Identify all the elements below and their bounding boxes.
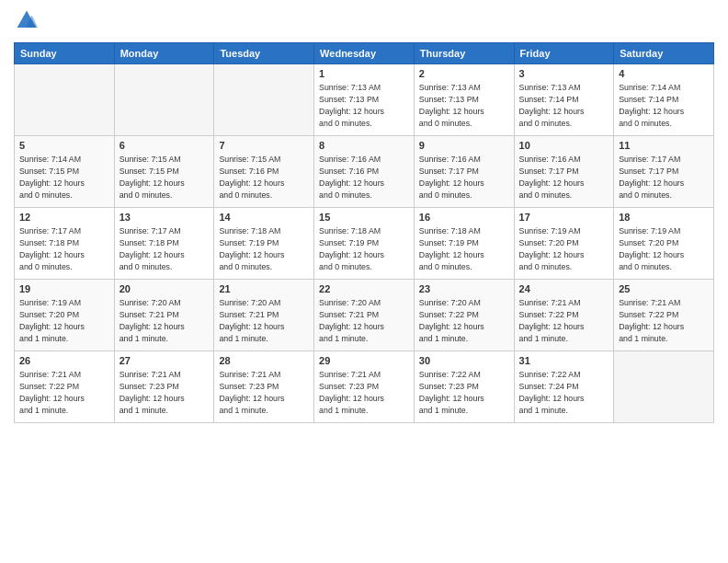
- day-info: Sunrise: 7:17 AMSunset: 7:18 PMDaylight:…: [119, 225, 210, 272]
- calendar-cell: 19Sunrise: 7:19 AMSunset: 7:20 PMDayligh…: [15, 280, 115, 351]
- day-number: 10: [519, 139, 609, 153]
- day-info: Sunrise: 7:18 AMSunset: 7:19 PMDaylight:…: [319, 225, 409, 272]
- day-number: 5: [19, 139, 109, 153]
- day-info: Sunrise: 7:17 AMSunset: 7:17 PMDaylight:…: [619, 154, 709, 201]
- calendar-cell: 14Sunrise: 7:18 AMSunset: 7:19 PMDayligh…: [214, 208, 314, 280]
- logo: [14, 9, 38, 35]
- day-info: Sunrise: 7:21 AMSunset: 7:23 PMDaylight:…: [119, 369, 210, 416]
- calendar-cell: 22Sunrise: 7:20 AMSunset: 7:21 PMDayligh…: [314, 280, 415, 351]
- day-number: 19: [19, 282, 109, 296]
- day-number: 8: [319, 139, 409, 153]
- day-number: 16: [419, 211, 509, 224]
- calendar-cell: [214, 64, 314, 136]
- calendar-week-row: 1Sunrise: 7:13 AMSunset: 7:13 PMDaylight…: [15, 64, 714, 136]
- logo-icon: [16, 9, 38, 31]
- day-info: Sunrise: 7:13 AMSunset: 7:13 PMDaylight:…: [319, 82, 409, 129]
- day-number: 2: [419, 67, 509, 81]
- calendar-cell: 4Sunrise: 7:14 AMSunset: 7:14 PMDaylight…: [614, 64, 714, 136]
- calendar-cell: 2Sunrise: 7:13 AMSunset: 7:13 PMDaylight…: [414, 64, 514, 136]
- calendar-cell: 3Sunrise: 7:13 AMSunset: 7:14 PMDaylight…: [514, 64, 614, 136]
- day-number: 27: [119, 354, 210, 368]
- day-info: Sunrise: 7:13 AMSunset: 7:13 PMDaylight:…: [419, 82, 509, 129]
- day-info: Sunrise: 7:19 AMSunset: 7:20 PMDaylight:…: [519, 225, 609, 272]
- day-info: Sunrise: 7:13 AMSunset: 7:14 PMDaylight:…: [519, 82, 609, 129]
- calendar-week-row: 26Sunrise: 7:21 AMSunset: 7:22 PMDayligh…: [15, 351, 714, 423]
- day-info: Sunrise: 7:18 AMSunset: 7:19 PMDaylight:…: [419, 225, 509, 272]
- day-info: Sunrise: 7:16 AMSunset: 7:17 PMDaylight:…: [419, 154, 509, 201]
- calendar-cell: 8Sunrise: 7:16 AMSunset: 7:16 PMDaylight…: [314, 136, 415, 208]
- calendar-cell: [114, 64, 214, 136]
- day-number: 15: [319, 211, 409, 224]
- day-number: 9: [419, 139, 509, 153]
- weekday-header-friday: Friday: [514, 43, 614, 64]
- day-info: Sunrise: 7:15 AMSunset: 7:15 PMDaylight:…: [119, 154, 210, 201]
- calendar-cell: 18Sunrise: 7:19 AMSunset: 7:20 PMDayligh…: [614, 208, 714, 280]
- day-info: Sunrise: 7:19 AMSunset: 7:20 PMDaylight:…: [619, 225, 709, 272]
- day-number: 13: [119, 211, 210, 224]
- weekday-header-monday: Monday: [114, 43, 214, 64]
- calendar-cell: 13Sunrise: 7:17 AMSunset: 7:18 PMDayligh…: [114, 208, 214, 280]
- day-info: Sunrise: 7:19 AMSunset: 7:20 PMDaylight:…: [19, 297, 109, 344]
- calendar-cell: 23Sunrise: 7:20 AMSunset: 7:22 PMDayligh…: [414, 280, 514, 351]
- day-info: Sunrise: 7:21 AMSunset: 7:23 PMDaylight:…: [219, 369, 309, 416]
- day-number: 6: [119, 139, 210, 153]
- weekday-header-thursday: Thursday: [414, 43, 514, 64]
- page-header: [14, 9, 714, 35]
- day-info: Sunrise: 7:18 AMSunset: 7:19 PMDaylight:…: [219, 225, 309, 272]
- day-number: 26: [19, 354, 109, 368]
- calendar-cell: [15, 64, 115, 136]
- day-number: 4: [619, 67, 709, 81]
- calendar-cell: 6Sunrise: 7:15 AMSunset: 7:15 PMDaylight…: [114, 136, 214, 208]
- calendar-cell: 11Sunrise: 7:17 AMSunset: 7:17 PMDayligh…: [614, 136, 714, 208]
- weekday-header-row: SundayMondayTuesdayWednesdayThursdayFrid…: [15, 43, 714, 64]
- calendar-cell: 17Sunrise: 7:19 AMSunset: 7:20 PMDayligh…: [514, 208, 614, 280]
- day-number: 30: [419, 354, 509, 368]
- day-info: Sunrise: 7:16 AMSunset: 7:17 PMDaylight:…: [519, 154, 609, 201]
- calendar-table: SundayMondayTuesdayWednesdayThursdayFrid…: [14, 42, 714, 423]
- calendar-cell: 9Sunrise: 7:16 AMSunset: 7:17 PMDaylight…: [414, 136, 514, 208]
- calendar-cell: 28Sunrise: 7:21 AMSunset: 7:23 PMDayligh…: [214, 351, 314, 423]
- day-info: Sunrise: 7:22 AMSunset: 7:24 PMDaylight:…: [519, 369, 609, 416]
- day-number: 29: [319, 354, 409, 368]
- calendar-cell: 1Sunrise: 7:13 AMSunset: 7:13 PMDaylight…: [314, 64, 415, 136]
- day-number: 22: [319, 282, 409, 296]
- calendar-cell: 7Sunrise: 7:15 AMSunset: 7:16 PMDaylight…: [214, 136, 314, 208]
- day-info: Sunrise: 7:14 AMSunset: 7:14 PMDaylight:…: [619, 82, 709, 129]
- day-number: 25: [619, 282, 709, 296]
- day-info: Sunrise: 7:21 AMSunset: 7:22 PMDaylight:…: [619, 297, 709, 344]
- day-number: 1: [319, 67, 409, 81]
- calendar-cell: 25Sunrise: 7:21 AMSunset: 7:22 PMDayligh…: [614, 280, 714, 351]
- calendar-week-row: 19Sunrise: 7:19 AMSunset: 7:20 PMDayligh…: [15, 280, 714, 351]
- day-number: 11: [619, 139, 709, 153]
- day-info: Sunrise: 7:20 AMSunset: 7:22 PMDaylight:…: [419, 297, 509, 344]
- calendar-week-row: 12Sunrise: 7:17 AMSunset: 7:18 PMDayligh…: [15, 208, 714, 280]
- calendar-cell: 12Sunrise: 7:17 AMSunset: 7:18 PMDayligh…: [15, 208, 115, 280]
- weekday-header-tuesday: Tuesday: [214, 43, 314, 64]
- day-info: Sunrise: 7:15 AMSunset: 7:16 PMDaylight:…: [219, 154, 309, 201]
- calendar-week-row: 5Sunrise: 7:14 AMSunset: 7:15 PMDaylight…: [15, 136, 714, 208]
- day-number: 3: [519, 67, 609, 81]
- calendar-cell: 29Sunrise: 7:21 AMSunset: 7:23 PMDayligh…: [314, 351, 415, 423]
- day-info: Sunrise: 7:20 AMSunset: 7:21 PMDaylight:…: [119, 297, 210, 344]
- calendar-cell: 26Sunrise: 7:21 AMSunset: 7:22 PMDayligh…: [15, 351, 115, 423]
- day-info: Sunrise: 7:16 AMSunset: 7:16 PMDaylight:…: [319, 154, 409, 201]
- weekday-header-wednesday: Wednesday: [314, 43, 415, 64]
- weekday-header-saturday: Saturday: [614, 43, 714, 64]
- day-info: Sunrise: 7:20 AMSunset: 7:21 PMDaylight:…: [219, 297, 309, 344]
- day-info: Sunrise: 7:20 AMSunset: 7:21 PMDaylight:…: [319, 297, 409, 344]
- day-number: 7: [219, 139, 309, 153]
- day-number: 31: [519, 354, 609, 368]
- calendar-cell: 21Sunrise: 7:20 AMSunset: 7:21 PMDayligh…: [214, 280, 314, 351]
- day-number: 24: [519, 282, 609, 296]
- day-number: 17: [519, 211, 609, 224]
- calendar-cell: 20Sunrise: 7:20 AMSunset: 7:21 PMDayligh…: [114, 280, 214, 351]
- calendar-cell: 27Sunrise: 7:21 AMSunset: 7:23 PMDayligh…: [114, 351, 214, 423]
- day-info: Sunrise: 7:21 AMSunset: 7:22 PMDaylight:…: [519, 297, 609, 344]
- day-number: 21: [219, 282, 309, 296]
- calendar-cell: 16Sunrise: 7:18 AMSunset: 7:19 PMDayligh…: [414, 208, 514, 280]
- day-number: 18: [619, 211, 709, 224]
- calendar-cell: 5Sunrise: 7:14 AMSunset: 7:15 PMDaylight…: [15, 136, 115, 208]
- day-info: Sunrise: 7:21 AMSunset: 7:22 PMDaylight:…: [19, 369, 109, 416]
- day-info: Sunrise: 7:22 AMSunset: 7:23 PMDaylight:…: [419, 369, 509, 416]
- weekday-header-sunday: Sunday: [15, 43, 115, 64]
